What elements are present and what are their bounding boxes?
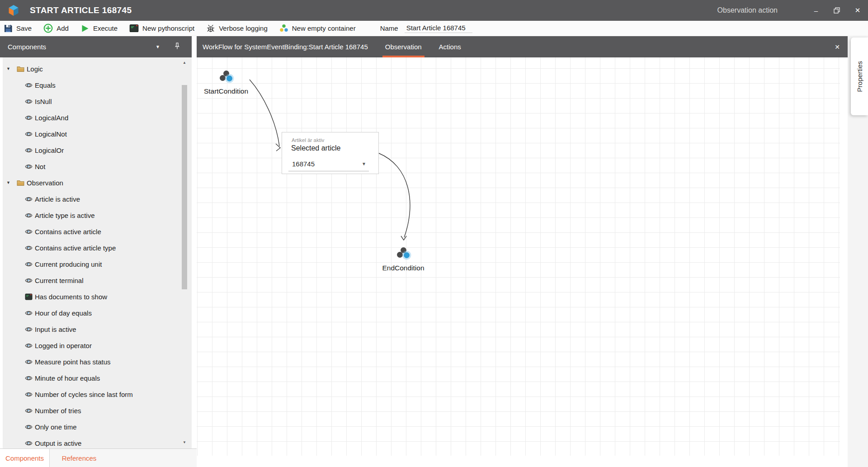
tree-item-label: LogicalNot	[35, 130, 67, 138]
close-button[interactable]: ✕	[847, 0, 868, 21]
tab-workflow[interactable]: WorkFlow for SystemEventBinding:Start Ar…	[200, 36, 371, 57]
minimize-button[interactable]: –	[806, 0, 826, 21]
scroll-up-icon[interactable]: ▲	[180, 59, 189, 67]
tree-item-article-type-is-active[interactable]: Article type is active	[3, 207, 192, 223]
eye-icon	[25, 114, 33, 122]
tree-item-logicaland[interactable]: LogicalAnd	[3, 109, 192, 126]
node-endcondition[interactable]: EndCondition	[396, 247, 411, 259]
play-icon	[80, 24, 90, 33]
tree-item-output-is-active[interactable]: Output is active	[3, 435, 192, 448]
eye-icon	[25, 146, 33, 154]
caret-down-icon[interactable]: ▼	[6, 66, 13, 71]
name-label: Name	[380, 24, 398, 32]
eye-icon	[25, 374, 33, 382]
eye-icon	[25, 212, 33, 219]
tree-item-not[interactable]: Not	[3, 158, 192, 175]
caret-down-icon[interactable]: ▼	[6, 180, 13, 185]
tree-item-logicalor[interactable]: LogicalOr	[3, 142, 192, 158]
tree-folder-logic[interactable]: ▼ Logic	[3, 61, 192, 77]
components-panel-title: Components	[8, 43, 46, 51]
card-title: Selected article	[291, 144, 340, 152]
eye-icon	[25, 439, 33, 447]
tree-item-label: LogicalAnd	[35, 114, 68, 122]
tree-item-label: Not	[35, 163, 45, 170]
tree-item-contains-active-article[interactable]: Contains active article	[3, 223, 192, 240]
tree-item-label: Number of cycles since last form	[35, 391, 133, 398]
tab-components[interactable]: Components	[0, 449, 50, 467]
tree-item-label: LogicalOr	[35, 146, 64, 154]
tree-item-only-one-time[interactable]: Only one time	[3, 419, 192, 435]
scroll-down-icon[interactable]: ▼	[180, 439, 189, 447]
tree-item-number-of-tries[interactable]: Number of tries	[3, 402, 192, 419]
tree-scrollbar-thumb[interactable]	[182, 85, 187, 289]
tree-item-isnull[interactable]: IsNull	[3, 93, 192, 109]
save-button[interactable]: Save	[4, 24, 32, 33]
article-dropdown[interactable]: 168745 ▼	[288, 158, 369, 171]
tree-item-label: Minute of hour equals	[35, 374, 100, 382]
tree-item-equals[interactable]: Equals	[3, 77, 192, 93]
tree-item-label: Measure point has status	[35, 358, 111, 366]
tab-observation[interactable]: Observation	[382, 36, 425, 57]
tab-properties[interactable]: Properties	[851, 38, 868, 115]
close-workspace-icon[interactable]: ✕	[832, 43, 842, 51]
tree-item-label: Number of tries	[35, 407, 81, 415]
article-dropdown-value: 168745	[292, 160, 315, 168]
window-controls: – ✕	[806, 0, 868, 21]
tree-item-logicalnot[interactable]: LogicalNot	[3, 126, 192, 142]
name-input[interactable]	[405, 24, 472, 33]
tree-folder-observation[interactable]: ▼ Observation	[3, 175, 192, 191]
execute-button[interactable]: Execute	[80, 24, 118, 33]
window-title: START ARTICLE 168745	[30, 5, 132, 15]
tab-references[interactable]: References	[50, 449, 108, 467]
new-pythonscript-button[interactable]: New pythonscript	[129, 24, 194, 33]
tree-item-label: Article is active	[35, 195, 80, 203]
node-dot-icon	[220, 75, 226, 81]
folder-icon	[17, 65, 24, 73]
eye-icon	[25, 325, 33, 333]
arrowhead-icon	[401, 236, 406, 240]
tab-actions[interactable]: Actions	[436, 36, 464, 57]
tree-item-measure-point-has-status[interactable]: Measure point has status	[3, 354, 192, 370]
tree-item-current-producing-unit[interactable]: Current producing unit	[3, 256, 192, 272]
sidebar-tab-strip: Components References	[0, 448, 198, 467]
tree-item-label: Contains active article	[35, 228, 101, 236]
edge-start-to-card	[250, 80, 279, 146]
script-icon	[25, 293, 33, 301]
script-icon	[129, 24, 139, 33]
tree-item-label: Current producing unit	[35, 260, 102, 268]
add-button[interactable]: Add	[43, 24, 69, 33]
tree-item-article-is-active[interactable]: Article is active	[3, 191, 192, 207]
eye-icon	[25, 163, 33, 170]
tree-item-label: Observation	[27, 179, 63, 187]
tree-item-label: Equals	[35, 81, 56, 89]
eye-icon	[25, 81, 33, 89]
eye-icon	[25, 260, 33, 268]
tree-item-hour-of-day-equals[interactable]: Hour of day equals	[3, 305, 192, 321]
tree-item-minute-of-hour-equals[interactable]: Minute of hour equals	[3, 370, 192, 386]
tree-item-label: Logic	[27, 65, 43, 73]
tree-item-contains-active-article-type[interactable]: Contains active article type	[3, 240, 192, 256]
properties-rail: Properties	[848, 36, 868, 467]
container-dots-icon	[279, 24, 288, 33]
pin-icon[interactable]	[174, 42, 181, 52]
new-empty-container-button[interactable]: New empty container	[279, 24, 356, 33]
add-label: Add	[57, 24, 69, 32]
observation-card[interactable]: Artikel är aktiv Selected article 168745…	[282, 132, 379, 174]
node-startcondition[interactable]: StartCondition	[218, 70, 234, 82]
tree-item-has-documents-to-show[interactable]: Has documents to show	[3, 288, 192, 305]
add-icon	[43, 24, 53, 33]
tree-item-input-is-active[interactable]: Input is active	[3, 321, 192, 337]
restore-button[interactable]	[826, 0, 847, 21]
workflow-edges	[197, 57, 848, 467]
tree-item-label: Article type is active	[35, 212, 95, 219]
tree-item-number-of-cycles-since-last-form[interactable]: Number of cycles since last form	[3, 386, 192, 402]
chevron-down-icon: ▼	[362, 161, 366, 166]
eye-icon	[25, 391, 33, 398]
chevron-down-icon[interactable]: ▼	[156, 44, 160, 49]
tree-item-current-terminal[interactable]: Current terminal	[3, 272, 192, 288]
tree-item-logged-in-operator[interactable]: Logged in operator	[3, 337, 192, 354]
eye-icon	[25, 195, 33, 203]
eye-icon	[25, 244, 33, 252]
verbose-logging-button[interactable]: Verbose logging	[206, 24, 268, 33]
workflow-canvas[interactable]: StartCondition Artikel är aktiv Selected…	[197, 57, 848, 467]
